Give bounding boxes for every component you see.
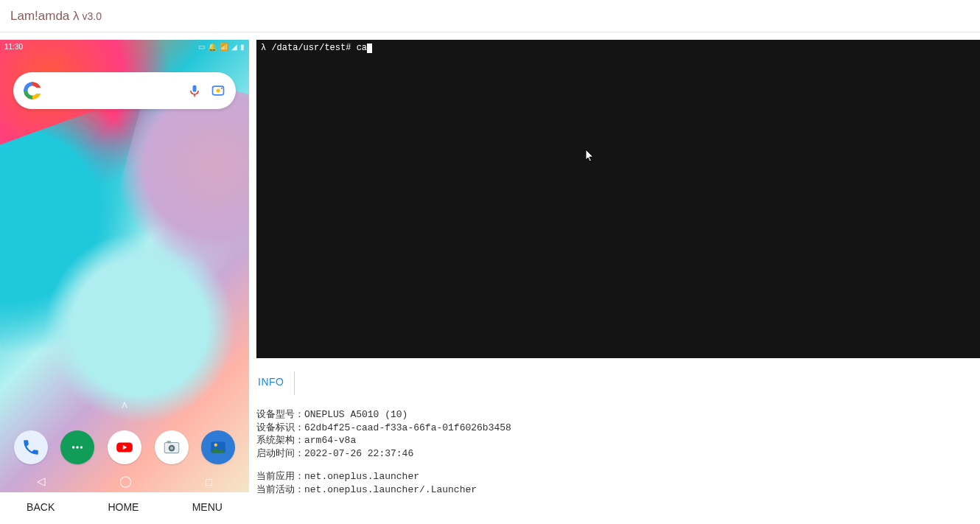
mouse-cursor-icon	[585, 149, 595, 164]
info-label: 系统架构：	[256, 435, 304, 446]
svg-point-5	[80, 446, 83, 448]
wifi-icon: 📶	[220, 43, 228, 51]
dock	[0, 430, 249, 464]
nav-back-icon[interactable]: ◁	[37, 475, 46, 488]
svg-point-12	[214, 444, 217, 447]
info-row: 当前应用：net.oneplus.launcher	[256, 470, 980, 483]
brand-name: Lam!amda λ	[10, 9, 80, 24]
info-label: 设备标识：	[256, 422, 304, 433]
main-layout: 11:30 ▭ 🔔 📶 ◢ ▮ ＾	[0, 32, 980, 524]
info-row: 启动时间：2022-07-26 22:37:46	[256, 447, 980, 461]
google-g-icon	[24, 82, 41, 99]
prompt-symbol: λ	[261, 43, 266, 53]
google-search-bar[interactable]	[13, 72, 236, 109]
info-value: 62db4f25-caad-f33a-66fa-01f6026b3458	[304, 422, 511, 433]
brand-version: v3.0	[83, 10, 102, 22]
app-drawer-handle-icon[interactable]: ＾	[118, 398, 131, 416]
terminal-cursor	[367, 43, 372, 53]
right-panel: λ /data/usr/test# ca INFO 设备型号：ONEPLUS A…	[249, 32, 980, 524]
svg-point-2	[221, 88, 223, 89]
android-navbar: ◁ ◯ □	[0, 470, 249, 492]
menu-button[interactable]: MENU	[192, 501, 223, 513]
terminal-prompt-line: λ /data/usr/test# ca	[261, 43, 976, 53]
nav-recent-icon[interactable]: □	[206, 475, 212, 488]
svg-point-3	[72, 446, 74, 448]
info-row: 当前活动：net.oneplus.launcher/.Launcher	[256, 483, 980, 497]
info-value: 2022-07-26 22:37:46	[304, 448, 413, 459]
status-time: 11:30	[4, 43, 23, 51]
dock-youtube-icon[interactable]	[108, 430, 141, 464]
svg-point-4	[77, 446, 79, 448]
dock-camera-icon[interactable]	[155, 430, 189, 464]
signal-icon: ◢	[231, 43, 237, 51]
svg-point-9	[169, 447, 172, 450]
info-row: 系统架构：arm64-v8a	[256, 434, 980, 447]
tab-info[interactable]: INFO	[256, 371, 295, 395]
svg-point-1	[217, 89, 220, 93]
dock-phone-icon[interactable]	[14, 430, 48, 464]
info-label: 设备型号：	[256, 409, 304, 420]
bell-icon: 🔔	[208, 43, 217, 51]
prompt-suffix: #	[346, 43, 351, 53]
info-row: 设备标识：62db4f25-caad-f33a-66fa-01f6026b345…	[256, 422, 980, 435]
battery-icon: ▮	[240, 43, 245, 51]
info-value: net.oneplus.launcher/.Launcher	[304, 484, 477, 495]
info-section: INFO 设备型号：ONEPLUS A5010 (10) 设备标识：62db4f…	[256, 358, 980, 496]
info-label: 当前活动：	[256, 484, 304, 495]
back-button[interactable]: BACK	[27, 501, 55, 513]
android-status-bar: 11:30 ▭ 🔔 📶 ◢ ▮	[0, 40, 249, 53]
info-value: net.oneplus.launcher	[304, 471, 419, 482]
dock-gallery-icon[interactable]	[201, 430, 235, 464]
lens-icon[interactable]	[211, 83, 225, 98]
terminal-cwd: /data/usr/test	[271, 43, 346, 53]
dock-messages-icon[interactable]	[60, 430, 94, 464]
info-body: 设备型号：ONEPLUS A5010 (10) 设备标识：62db4f25-ca…	[256, 395, 980, 496]
device-control-row: BACK HOME MENU	[0, 492, 249, 522]
info-row: 设备型号：ONEPLUS A5010 (10)	[256, 408, 980, 422]
nav-home-icon[interactable]: ◯	[119, 475, 132, 488]
svg-rect-10	[167, 441, 170, 443]
device-screen[interactable]: 11:30 ▭ 🔔 📶 ◢ ▮ ＾	[0, 40, 249, 492]
info-value: ONEPLUS A5010 (10)	[304, 409, 407, 420]
terminal[interactable]: λ /data/usr/test# ca	[256, 40, 980, 358]
volte-icon: ▭	[198, 43, 205, 51]
info-label: 启动时间：	[256, 448, 304, 459]
info-label: 当前应用：	[256, 471, 304, 482]
device-panel: 11:30 ▭ 🔔 📶 ◢ ▮ ＾	[0, 32, 249, 524]
status-icons: ▭ 🔔 📶 ◢ ▮	[198, 43, 245, 51]
app-header: Lam!amda λ v3.0	[0, 0, 980, 32]
info-value: arm64-v8a	[304, 435, 356, 446]
terminal-input[interactable]: ca	[357, 43, 367, 53]
home-button[interactable]: HOME	[108, 501, 139, 513]
mic-icon[interactable]	[187, 83, 202, 98]
